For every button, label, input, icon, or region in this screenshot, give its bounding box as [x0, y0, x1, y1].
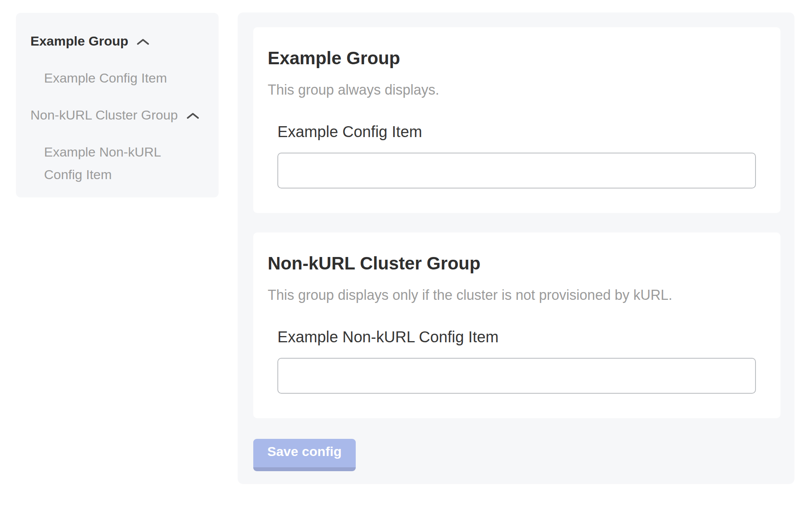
sidebar-group-non-kurl-cluster-group[interactable]: Non-kURL Cluster Group [30, 107, 205, 123]
config-item-input-example-non-kurl-config-item[interactable] [277, 358, 756, 394]
group-title: Example Group [268, 49, 756, 67]
config-item: Example Non-kURL Config Item [277, 329, 756, 394]
chevron-up-icon [187, 113, 199, 119]
config-item-label: Example Non-kURL Config Item [277, 329, 756, 345]
sidebar-group-example-group[interactable]: Example Group [30, 33, 205, 49]
config-item: Example Config Item [277, 123, 756, 188]
config-area: Example Group This group always displays… [238, 12, 794, 484]
sidebar-group-label: Non-kURL Cluster Group [30, 107, 178, 123]
group-title: Non-kURL Cluster Group [268, 254, 756, 273]
sidebar-group-label: Example Group [30, 33, 128, 49]
save-config-button[interactable]: Save config [253, 439, 356, 471]
sidebar-item-example-non-kurl-config-item[interactable]: Example Non-kURL Config Item [44, 141, 183, 186]
config-item-input-example-config-item[interactable] [277, 153, 756, 188]
config-group-card-non-kurl-cluster-group: Non-kURL Cluster Group This group displa… [253, 232, 780, 418]
config-item-label: Example Config Item [277, 123, 756, 140]
config-group-card-example-group: Example Group This group always displays… [253, 27, 780, 213]
group-description: This group always displays. [268, 82, 756, 98]
config-nav-sidebar: Example Group Example Config Item Non-kU… [16, 13, 219, 197]
chevron-up-icon [137, 39, 149, 45]
group-description: This group displays only if the cluster … [268, 287, 756, 303]
sidebar-item-example-config-item[interactable]: Example Config Item [44, 67, 183, 89]
